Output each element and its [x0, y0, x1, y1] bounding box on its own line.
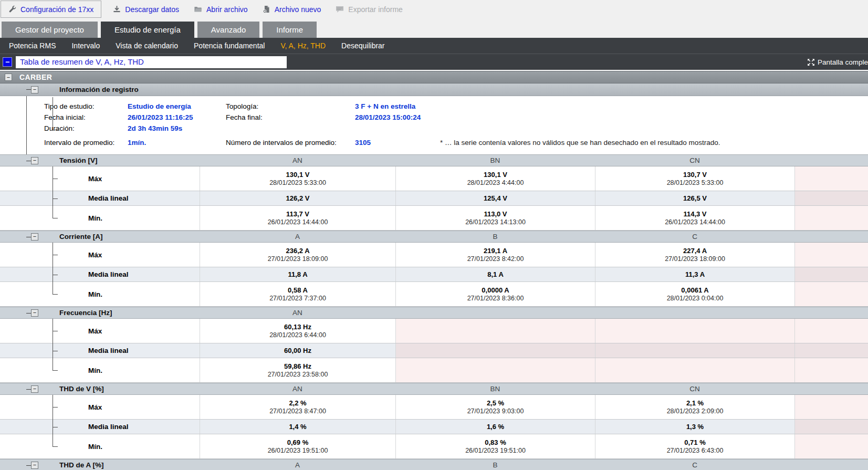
row-label: Máx [88, 175, 102, 183]
cell-value: 227,4 A [683, 247, 707, 255]
section-header: −Frecuencia [Hz]AN [0, 307, 868, 319]
column-header: AN [200, 385, 395, 393]
cell-value: 236,2 A [286, 247, 309, 255]
toolbar-button-abrir-archivo[interactable]: Abrir archivo [186, 0, 255, 18]
toolbar-button-archivo-nuevo[interactable]: Archivo nuevo [255, 0, 329, 18]
column-header: CN [595, 385, 794, 393]
tab-gestor-del-proyecto[interactable]: Gestor del proyecto [2, 22, 98, 38]
session-name: CARBER [19, 73, 52, 81]
cell-value: 113,7 V [286, 210, 309, 218]
subtab-intervalo[interactable]: Intervalo [64, 41, 108, 50]
summary-tables: −Tensión [V]ANBNCNMáx130,1 V28/01/2023 5… [0, 154, 868, 470]
subtab-potencia-fundamental[interactable]: Potencia fundamental [186, 41, 273, 50]
value-cell: 60,13 Hz28/01/2023 6:44:00 [200, 319, 395, 343]
value-cell: 0,83 %26/01/2023 19:51:00 [395, 434, 595, 458]
cell-timestamp: 27/01/2023 18:09:00 [268, 255, 328, 263]
collapse-section-icon[interactable]: − [31, 233, 38, 241]
column-header: AN [200, 156, 395, 164]
collapse-view-icon[interactable]: − [3, 57, 12, 67]
main-tab-bar: Gestor del proyectoEstudio de energíaAva… [0, 18, 868, 38]
subtab-desequilibrar[interactable]: Desequilibrar [333, 41, 392, 50]
cell-value: 0,0000 A [482, 286, 509, 294]
cell-value: 126,2 V [286, 194, 310, 202]
collapse-section-icon[interactable]: − [31, 157, 38, 164]
subtab-potencia-rms[interactable]: Potencia RMS [1, 41, 64, 50]
collapse-section-icon[interactable]: − [31, 385, 38, 393]
value-cell: 1,4 % [200, 420, 395, 434]
column-header: AN [200, 309, 395, 317]
tree-connector [26, 89, 31, 90]
row-label-cell: Mín. [0, 434, 200, 458]
toolbar-button-descargar-datos[interactable]: Descargar datos [106, 0, 186, 18]
view-title-input[interactable]: Tabla de resumen de V, A, Hz, THD [16, 56, 287, 68]
row-label: Mín. [88, 367, 102, 374]
empty-cell [794, 319, 868, 343]
row-label-cell: Media lineal [0, 343, 200, 358]
record-info-row: Fecha inicial:26/01/2023 11:16:25Fecha f… [0, 112, 868, 123]
tree-connector [53, 179, 58, 179]
value-cell: 114,3 V26/01/2023 14:44:00 [595, 206, 794, 230]
tree-line-inner [53, 166, 53, 218]
subtab-vista-de-calendario[interactable]: Vista de calendario [108, 41, 186, 50]
toolbar-button-label: Abrir archivo [206, 5, 248, 14]
cell-value: 1,4 % [289, 423, 306, 431]
toolbar: Configuración de 17xxDescargar datosAbri… [0, 0, 868, 18]
column-header: BN [395, 385, 595, 393]
cell-timestamp: 28/01/2023 5:33:00 [269, 179, 326, 186]
toolbar-button-configuracion-17xx[interactable]: Configuración de 17xx [1, 1, 101, 18]
table-row: Media lineal126,2 V125,4 V126,5 V [0, 191, 868, 206]
table-row: Máx2,2 %27/01/2023 8:47:002,5 %27/01/202… [0, 395, 868, 420]
value-cell: 11,8 A [200, 267, 395, 281]
toolbar-button-label: Configuración de 17xx [20, 5, 93, 14]
tab-estudio-de-energia[interactable]: Estudio de energía [101, 22, 194, 38]
cell-value: 130,1 V [286, 171, 310, 179]
fullscreen-button[interactable]: Pantalla comple [807, 58, 868, 66]
session-header: − CARBER [0, 71, 868, 83]
record-info-value: 2d 3h 43min 59s [128, 124, 226, 132]
empty-cell [794, 343, 868, 358]
tab-informe[interactable]: Informe [263, 22, 317, 38]
cell-timestamp: 26/01/2023 14:44:00 [268, 218, 328, 226]
table-row: Media lineal1,4 %1,6 %1,3 % [0, 420, 868, 434]
collapse-record-info-icon[interactable]: − [31, 86, 38, 93]
cell-value: 125,4 V [484, 194, 507, 202]
record-info-value: 1mín. [128, 139, 226, 147]
record-info-label: Fecha inicial: [44, 113, 128, 121]
row-label-cell: Mín. [0, 206, 200, 230]
toolbar-button-label: Archivo nuevo [275, 5, 321, 14]
tree-line-inner [53, 97, 53, 130]
column-header: CN [595, 156, 794, 164]
tab-avanzado[interactable]: Avanzado [197, 22, 259, 38]
column-header: B [395, 461, 595, 469]
table-row: Mín.113,7 V26/01/2023 14:44:00113,0 V26/… [0, 206, 868, 231]
value-cell: 0,69 %26/01/2023 19:51:00 [200, 434, 395, 458]
value-cell: 113,0 V26/01/2023 14:13:00 [395, 206, 595, 230]
toolbar-button-label: Exportar informe [348, 5, 402, 14]
cell-value: 130,1 V [484, 171, 507, 179]
row-label: Máx [88, 251, 102, 259]
row-label: Máx [88, 403, 102, 411]
cell-value: 11,8 A [288, 270, 307, 278]
cell-value: 2,2 % [289, 399, 306, 407]
collapse-section-icon[interactable]: − [31, 309, 38, 317]
file-new-icon [263, 5, 270, 13]
row-label: Mín. [88, 214, 102, 222]
collapse-session-icon[interactable]: − [5, 74, 12, 81]
value-cell [595, 343, 794, 358]
cell-value: 2,5 % [487, 399, 504, 407]
row-label-cell: Media lineal [0, 191, 200, 205]
tree-connector [53, 218, 58, 218]
cell-timestamp: 28/01/2023 2:09:00 [667, 408, 724, 415]
empty-cell [794, 358, 868, 382]
cell-value: 8,1 A [487, 270, 504, 278]
cell-value: 60,13 Hz [284, 323, 311, 331]
section: −THD de A [%]ABC [0, 459, 868, 470]
cell-value: 0,0061 A [681, 286, 708, 294]
cell-value: 1,6 % [487, 423, 504, 431]
cell-timestamp: 28/01/2023 5:33:00 [667, 179, 724, 186]
subtab-v-a-hz-thd[interactable]: V, A, Hz, THD [273, 41, 333, 50]
row-label-cell: Mín. [0, 358, 200, 382]
cell-value: 219,1 A [484, 247, 507, 255]
collapse-section-icon[interactable]: − [31, 462, 38, 469]
value-cell: 8,1 A [395, 267, 595, 281]
